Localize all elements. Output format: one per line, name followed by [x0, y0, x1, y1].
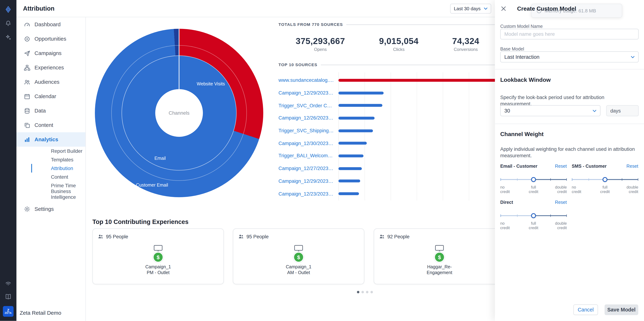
source-bar[interactable] — [338, 129, 373, 132]
base-model-value: Last Interaction — [504, 54, 540, 60]
source-link[interactable]: Trigger_BALI_Welcome_T... — [278, 153, 338, 159]
scale-no-credit: no credit — [572, 185, 581, 194]
sidebar-item-opportunities[interactable]: Opportunities — [16, 32, 85, 46]
carousel-dot[interactable] — [357, 291, 360, 293]
source-bar[interactable] — [338, 192, 359, 195]
scale-full-credit: full credit — [529, 185, 538, 194]
dollar-icon: $ — [434, 252, 445, 262]
source-bar[interactable] — [338, 79, 498, 82]
cancel-button[interactable]: Cancel — [574, 304, 598, 315]
source-link[interactable]: Campaign_12/29/2023 A... — [278, 178, 338, 184]
source-row: Campaign_12/29/2023 P... — [278, 87, 495, 99]
paper-plane-icon — [24, 50, 30, 56]
sidebar-subitem-content[interactable]: Content — [31, 172, 86, 181]
carousel-dot[interactable] — [370, 291, 373, 293]
sidebar-item-label: Settings — [34, 206, 54, 212]
scale-no-credit: no credit — [500, 221, 510, 230]
save-model-button[interactable]: Save Model — [605, 304, 638, 315]
source-link[interactable]: Campaign_12/27/2023 PM... — [278, 166, 338, 171]
bell-icon[interactable] — [0, 16, 16, 30]
zeta-logo-text: ZETA — [5, 312, 12, 314]
weight-slider-direct: Direct Reset no credit full credit doubl… — [500, 200, 567, 231]
dashboard-icon — [24, 21, 30, 28]
sidebar-item-dashboard[interactable]: Dashboard — [16, 17, 85, 32]
source-bar[interactable] — [338, 104, 382, 107]
slider-track[interactable] — [500, 213, 567, 218]
sidebar: Dashboard Opportunities Campaigns Experi… — [16, 17, 86, 321]
gear-icon — [24, 206, 30, 212]
channel-weight-description: Apply individual weighting for each chan… — [500, 146, 637, 159]
app-viewport: Z ZETA Attribution Last 30 days Dashboar… — [0, 0, 644, 321]
custom-model-name-input[interactable] — [500, 29, 638, 39]
source-link[interactable]: Campaign_12/26/2023 P... — [278, 115, 338, 121]
source-link[interactable]: www.sundancecatalog.com — [278, 77, 338, 83]
totals-section-header: TOTALS FROM 770 SOURCES — [278, 22, 495, 26]
source-bar[interactable] — [338, 142, 366, 145]
sidebar-item-settings[interactable]: Settings — [16, 202, 85, 216]
sitemap-icon — [24, 64, 30, 71]
signal-icon[interactable] — [0, 276, 16, 290]
date-range-select[interactable]: Last 30 days — [450, 4, 491, 14]
sidebar-item-data[interactable]: Data — [16, 104, 85, 118]
segment-label-email: Email — [154, 156, 166, 160]
zeta-brand-logo[interactable]: Z ZETA — [3, 306, 14, 317]
experience-name: Campaign_1AM - Outlet — [286, 264, 312, 276]
stat-clicks: 9,015,054 Clicks — [379, 36, 419, 52]
users-icon — [24, 79, 30, 85]
carousel-dot[interactable] — [361, 291, 364, 293]
base-model-select[interactable]: Last Interaction — [500, 52, 638, 62]
sidebar-item-analytics[interactable]: Analytics — [16, 132, 85, 147]
source-bar[interactable] — [338, 92, 384, 94]
people-count: 95 People — [246, 234, 269, 240]
stat-conversions-label: Conversions — [452, 47, 480, 52]
slider-handle[interactable] — [531, 177, 536, 182]
people-count: 95 People — [106, 234, 128, 240]
zeta-spark-logo-icon[interactable] — [0, 2, 16, 16]
reset-link[interactable]: Reset — [555, 164, 567, 168]
sidebar-subitem-business-intelligence[interactable]: Business Intelligence — [31, 190, 86, 198]
sidebar-item-content[interactable]: Content — [16, 118, 85, 132]
source-bar[interactable] — [338, 167, 362, 170]
sidebar-item-experiences[interactable]: Experiences — [16, 60, 85, 75]
source-bar[interactable] — [338, 117, 374, 120]
slider-handle[interactable] — [602, 177, 607, 182]
slider-label: Email - Customer — [500, 164, 538, 168]
carousel-dot[interactable] — [366, 291, 368, 293]
account-name[interactable]: Zeta Retail Demo — [20, 310, 61, 316]
sidebar-subitem-templates[interactable]: Templates — [31, 155, 86, 164]
stat-opens-value: 375,293,667 — [296, 36, 345, 46]
sidebar-item-audiences[interactable]: Audiences — [16, 75, 85, 89]
date-range-value: Last 30 days — [454, 6, 481, 11]
sparkle-ai-icon[interactable] — [0, 30, 16, 44]
source-bar[interactable] — [338, 154, 363, 157]
lookback-value-select[interactable]: 30 — [500, 105, 600, 116]
source-link[interactable]: Trigger_SVC_Order Confir... — [278, 103, 338, 108]
bar-chart-icon — [24, 136, 30, 143]
sidebar-item-calendar[interactable]: Calendar — [16, 89, 85, 104]
calendar-icon — [24, 93, 30, 100]
source-link[interactable]: Campaign_12/29/2023 P... — [278, 90, 338, 96]
sidebar-item-campaigns[interactable]: Campaigns — [16, 46, 85, 60]
stat-opens: 375,293,667 Opens — [296, 36, 345, 52]
source-bar[interactable] — [338, 180, 360, 182]
channel-sunburst-chart[interactable]: Channels Website Visits Email Customer E… — [95, 29, 263, 197]
sidebar-subitem-report-builder[interactable]: Report Builder — [31, 147, 86, 155]
slider-track[interactable] — [500, 177, 567, 182]
close-icon[interactable] — [500, 6, 507, 12]
experience-card[interactable]: 95 People $ Campaign_1PM - Outlet — [92, 228, 224, 284]
sidebar-subitem-attribution[interactable]: Attribution — [31, 164, 86, 172]
reset-link[interactable]: Reset — [555, 200, 567, 204]
scale-full-credit: full credit — [600, 185, 610, 194]
reset-link[interactable]: Reset — [626, 164, 638, 168]
people-icon — [98, 234, 104, 240]
experience-card[interactable]: 95 People $ Campaign_1AM - Outlet — [233, 228, 364, 284]
book-icon[interactable] — [0, 290, 16, 304]
slider-track[interactable] — [572, 177, 638, 182]
lookback-unit-field[interactable]: days — [606, 105, 639, 116]
source-link[interactable]: Campaign_12/30/2023 P... — [278, 140, 338, 146]
experience-card[interactable]: 92 People $ Haggar_Re-Engagement — [374, 228, 505, 284]
chevron-down-icon — [484, 7, 488, 10]
slider-handle[interactable] — [531, 213, 536, 218]
source-link[interactable]: Trigger_SVC_Shipping Co... — [278, 128, 338, 134]
source-link[interactable]: Campaign_12/23/2023 A... — [278, 191, 338, 197]
